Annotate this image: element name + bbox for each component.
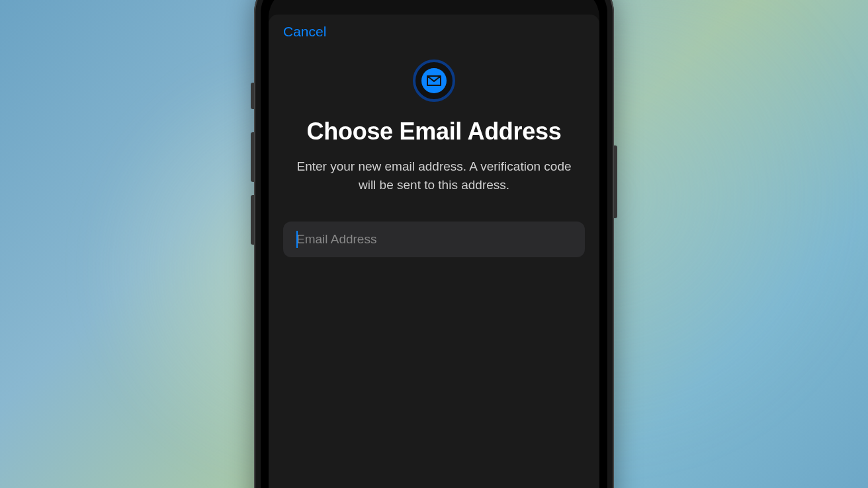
modal-sheet: Cancel Choose Email Address Enter your n… [269,15,599,488]
phone-silent-switch [251,83,254,109]
email-field[interactable] [283,222,585,257]
phone-volume-down [251,195,254,245]
spacer [269,257,599,488]
nav-bar: Cancel [269,15,599,40]
phone-power-button [614,145,617,218]
hero-section: Choose Email Address Enter your new emai… [269,40,599,194]
cancel-button[interactable]: Cancel [283,24,326,40]
phone-volume-up [251,132,254,182]
email-field-wrap [269,222,599,257]
page-subtitle: Enter your new email address. A verifica… [288,157,580,194]
text-cursor [296,231,298,248]
phone-screen: Cancel Choose Email Address Enter your n… [269,0,599,488]
mail-icon-ring [413,60,455,102]
mail-icon-svg [426,75,442,87]
phone-bezel: Cancel Choose Email Address Enter your n… [261,0,607,488]
mail-icon [421,68,447,93]
phone-frame: Cancel Choose Email Address Enter your n… [254,0,614,488]
page-title: Choose Email Address [307,118,562,145]
